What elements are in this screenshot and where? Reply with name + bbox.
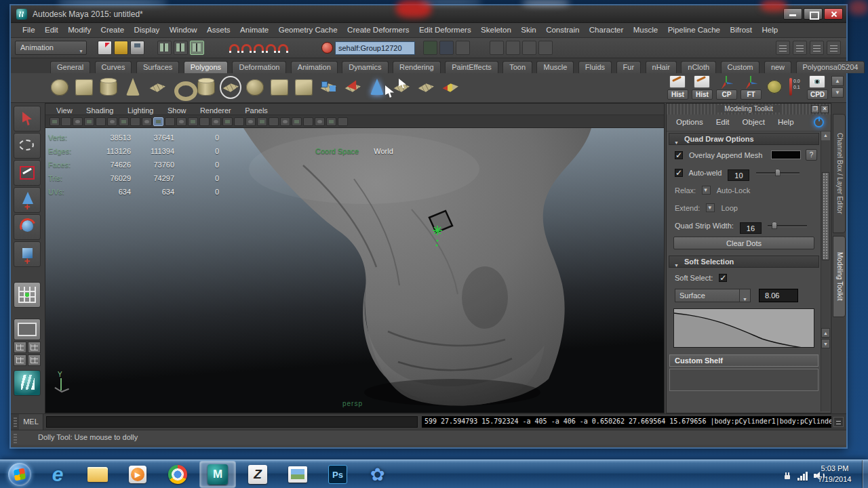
mtk-menu-options[interactable]: Options [671,118,709,126]
safe-title[interactable] [188,117,198,126]
perspective-viewport[interactable]: View Shading Lighting Show Renderer Pane… [45,103,665,413]
show-modeling-toolkit-icon[interactable] [827,41,841,55]
scroll-up-icon[interactable]: ▲ [821,131,830,140]
scroll-up-icon[interactable]: ▲ [821,328,830,338]
tab-modeling-toolkit[interactable]: Modeling Toolkit [833,236,846,317]
open-scene-icon[interactable] [114,41,128,55]
ipr-render-icon[interactable] [506,41,520,55]
command-output[interactable]: 599 27.594793 15.792324 -a 405 -a 406 -a… [422,416,831,428]
scroll-down-icon[interactable]: ▼ [821,339,830,348]
cpd-button[interactable]: CPD [806,75,829,100]
rotate-tool[interactable] [14,214,41,240]
menu-help[interactable]: Help [759,23,782,34]
poly-cylinder[interactable] [96,75,121,100]
snap-to-curve-icon[interactable] [241,44,252,53]
auto-weld-checkbox[interactable] [675,169,683,177]
shelf-tab-rendering[interactable]: Rendering [393,61,441,73]
four-pane-layout-button[interactable] [14,342,26,353]
shelf-tab-nhair[interactable]: nHair [646,61,677,73]
drag-grip[interactable] [14,433,17,443]
new-scene-icon[interactable] [98,41,112,55]
shelf-tab-fur[interactable]: Fur [616,61,642,73]
snap-to-projected-center-icon[interactable] [266,44,276,53]
poly-combine[interactable] [267,75,292,100]
show-tool-settings-icon[interactable] [793,41,807,55]
power-toggle-icon[interactable] [814,117,824,127]
persp-outliner-layout-button[interactable] [28,342,41,353]
scale-tool[interactable]: + [14,241,41,267]
show-desktop-button[interactable] [862,460,868,488]
maya[interactable]: M [200,462,235,487]
selection-mask-field[interactable] [335,41,415,55]
mtk-menu-edit[interactable]: Edit [711,118,735,126]
minimize-button[interactable] [783,8,802,20]
menu-file[interactable]: File [19,23,39,34]
poly-append[interactable] [389,75,414,100]
quad-draw-help-button[interactable]: ? [806,149,817,161]
photo-viewer[interactable] [280,462,315,487]
custom-shelf-area[interactable] [669,369,818,391]
single-pane-layout-button[interactable] [14,319,41,340]
modeling-toolkit-titlebar[interactable]: Modeling Toolkit ❐ ✕ [667,104,831,115]
drag-grip[interactable] [14,417,17,427]
menu-edit[interactable]: Edit [41,23,62,34]
textured-mode[interactable] [222,117,233,126]
shelf-tab-animation[interactable]: Animation [291,61,338,73]
show-channel-box-icon[interactable] [810,41,824,55]
menu-modify[interactable]: Modify [64,23,94,34]
tab-channel-box-layer-editor[interactable]: Channel Box / Layer Editor [833,114,846,233]
object-details[interactable] [338,117,348,126]
poly-quad-draw[interactable] [438,75,462,100]
panel-menu-panels[interactable]: Panels [239,106,273,115]
turtle-render-icon[interactable] [764,75,785,100]
lasso-select-tool[interactable] [14,133,41,159]
menu-assets[interactable]: Assets [203,23,234,34]
snap-to-point-icon[interactable] [254,44,264,53]
quad-strip-width-field[interactable]: 16 [740,222,762,234]
power-plug-icon[interactable] [783,472,791,481]
wireframe-mode[interactable] [199,117,210,126]
panel-menu-show[interactable]: Show [162,106,192,115]
gate-mask[interactable] [153,117,163,126]
taskbar-clock[interactable]: 5:03 PM 7/19/2014 [811,463,859,485]
mel-label[interactable]: MEL [19,414,43,430]
menu-animate[interactable]: Animate [237,23,272,34]
select-hierarchy-icon[interactable] [157,41,172,55]
zbrush[interactable]: Z [240,462,275,487]
maximize-button[interactable] [804,8,823,20]
shelf-tab-polygons[interactable]: Polygons [184,61,228,73]
motion-blur[interactable] [269,117,279,126]
file-explorer[interactable] [80,462,115,487]
menu-geometry-cache[interactable]: Geometry Cache [275,23,341,34]
menu-window[interactable]: Window [166,23,201,34]
hist-button-2[interactable]: Hist [691,75,713,100]
panel-scrollbar[interactable]: ▲ ▲ ▼ [821,131,830,411]
photoshop[interactable]: Ps [320,462,355,487]
thermometer-icon[interactable]: 0.00.1 [787,75,804,100]
poly-cone[interactable] [121,75,145,100]
soft-select-checkbox[interactable] [719,274,727,282]
save-scene-icon[interactable] [130,41,144,55]
select-object-icon[interactable] [174,41,188,55]
field-chart[interactable] [165,117,175,126]
menu-muscle[interactable]: Muscle [630,23,661,34]
falloff-radius-field[interactable]: 8.06 [759,289,798,302]
menu-create-deformers[interactable]: Create Deformers [344,23,412,34]
show-attribute-editor-icon[interactable] [776,41,790,55]
poly-cube[interactable] [72,75,96,100]
poly-plane[interactable] [145,75,170,100]
mel-command-input[interactable] [46,416,418,428]
multisample-aa[interactable] [280,117,290,126]
poly-mirror[interactable] [340,75,365,100]
auto-weld-slider[interactable] [756,172,800,174]
close-button[interactable] [824,8,843,20]
two-d-pan-zoom[interactable] [96,117,106,126]
shelf-tab-dynamics[interactable]: Dynamics [342,61,388,73]
quad-strip-width-slider[interactable] [768,225,807,227]
sculpt-sphere[interactable] [243,75,267,100]
scrollbar-thumb[interactable] [822,172,829,260]
shelf-scroll-up[interactable]: ▲ [831,76,844,86]
custom-shelf-header[interactable]: Custom Shelf [669,354,818,367]
film-gate[interactable] [130,117,140,126]
grid-toggle[interactable] [119,117,129,126]
